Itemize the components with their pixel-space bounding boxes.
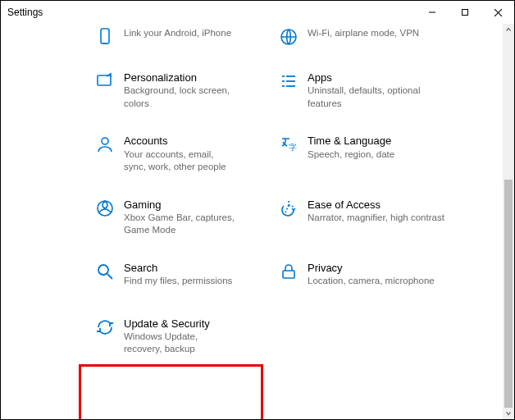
close-button[interactable] [481,1,514,24]
ease-of-access-icon [275,199,303,218]
svg-rect-1 [463,10,468,16]
tile-title: Apps [308,71,447,84]
time-language-icon: 字 [275,135,303,154]
svg-line-18 [107,274,112,279]
settings-content: Link your Android, iPhone Wi-Fi, airplan… [1,24,503,419]
window-controls [416,1,514,24]
accounts-icon [91,135,119,154]
tile-sub: Background, lock screen, colors [124,84,237,110]
svg-point-17 [98,265,108,275]
tile-sub: Your accounts, email, sync, work, other … [124,148,237,174]
tile-sub: Xbox Game Bar, captures, Game Mode [124,212,237,237]
scroll-down-arrow[interactable] [503,408,514,419]
tile-sub: Uninstall, defaults, optional features [308,84,447,110]
tile-title: Gaming [124,199,237,212]
scroll-thumb[interactable] [504,180,513,408]
svg-rect-4 [101,29,109,43]
scroll-up-arrow[interactable] [503,24,514,35]
tile-sub: Narrator, magnifier, high contrast [308,212,444,225]
vertical-scrollbar[interactable] [503,24,514,419]
tile-sub: Speech, region, date [308,148,394,162]
tile-sub: Wi-Fi, airplane mode, VPN [308,27,419,40]
personalization-icon [91,71,119,91]
tile-sub: Link your Android, iPhone [124,27,231,40]
tile-title: Privacy [308,262,435,275]
tile-network[interactable]: Wi-Fi, airplane mode, VPN [267,24,478,50]
annotation-highlight [79,364,263,419]
tile-gaming[interactable]: Gaming Xbox Game Bar, captures, Game Mod… [83,195,244,240]
tile-title: Time & Language [308,135,394,148]
tile-sub: Location, camera, microphone [308,275,435,288]
phone-icon [91,27,119,47]
tile-title: Update & Security [124,317,237,331]
tile-phone[interactable]: Link your Android, iPhone [83,24,244,50]
search-icon [91,262,119,281]
tile-sub: Find my files, permissions [124,275,232,288]
tile-title: Search [124,262,232,275]
svg-point-14 [102,138,108,144]
tile-ease-of-access[interactable]: Ease of Access Narrator, magnifier, high… [267,195,478,240]
tile-apps[interactable]: Apps Uninstall, defaults, optional featu… [267,68,478,113]
tile-title: Ease of Access [308,199,444,212]
title-bar: Settings [1,1,514,24]
tile-privacy[interactable]: Privacy Location, camera, microphone [267,258,478,291]
tile-personalization[interactable]: Personalization Background, lock screen,… [83,68,244,113]
maximize-button[interactable] [449,1,481,24]
svg-rect-19 [283,271,294,278]
privacy-icon [275,262,303,281]
globe-icon [275,27,303,47]
tile-accounts[interactable]: Accounts Your accounts, email, sync, wor… [83,131,244,176]
tile-update-security[interactable]: Update & Security Windows Update, recove… [83,314,244,359]
window-title: Settings [7,7,43,18]
settings-grid: Link your Android, iPhone Wi-Fi, airplan… [1,24,503,359]
apps-icon [275,71,303,91]
update-security-icon [91,317,119,337]
tile-empty [267,309,478,359]
tile-title: Accounts [124,135,237,148]
tile-sub: Windows Update, recovery, backup [124,331,237,356]
minimize-button[interactable] [416,1,449,24]
tile-title: Personalization [124,71,237,84]
tile-search[interactable]: Search Find my files, permissions [83,258,244,291]
gaming-icon [91,199,119,218]
tile-time-language[interactable]: 字 Time & Language Speech, region, date [267,131,478,176]
svg-rect-7 [98,75,111,85]
svg-text:字: 字 [289,143,297,152]
